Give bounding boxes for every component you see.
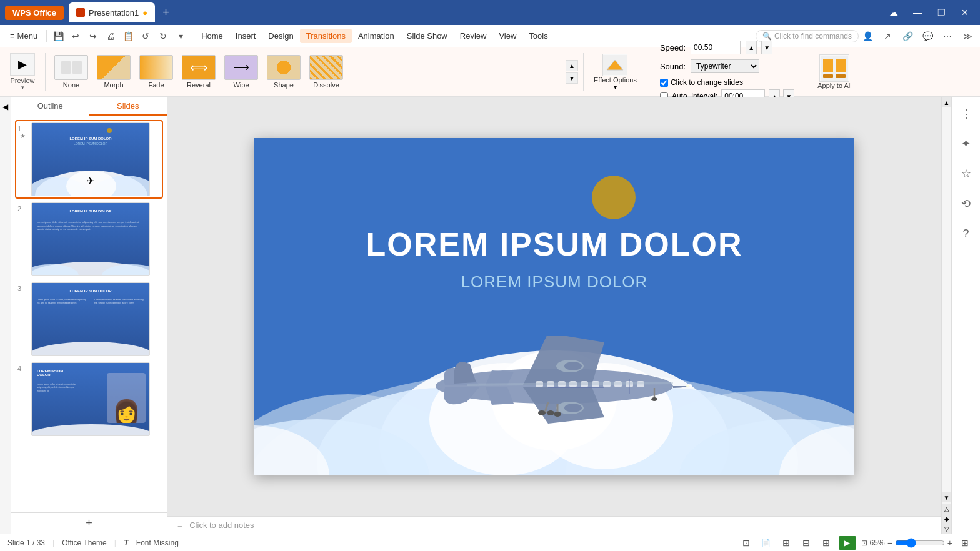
tools-tab[interactable]: Tools <box>522 29 554 43</box>
right-panel-btn-2[interactable]: ✦ <box>955 132 978 155</box>
transition-fade-thumb <box>139 55 173 80</box>
undo-history-button[interactable]: ↺ <box>137 27 154 45</box>
transition-morph-label: Morph <box>104 81 123 89</box>
transition-shape[interactable]: Shape <box>263 52 304 91</box>
speed-up-button[interactable]: ▲ <box>746 41 757 54</box>
more-options-button[interactable]: ⋯ <box>939 27 956 45</box>
grid-view-button[interactable]: ⊞ <box>779 535 794 550</box>
animation-tab[interactable]: Animation <box>352 29 401 43</box>
transition-shape-label: Shape <box>274 81 294 89</box>
menu-separator <box>46 30 47 42</box>
slide-item-2[interactable]: 2 LOREM IP SUM DOLOR Lorem ipsum dolor s… <box>16 201 162 277</box>
zoom-fit-button[interactable]: ⊡ <box>861 539 868 547</box>
scroll-prev-page[interactable]: △ <box>942 504 952 514</box>
speed-input[interactable] <box>691 41 741 54</box>
slides-tab[interactable]: Slides <box>89 97 168 116</box>
svg-rect-1 <box>61 61 71 74</box>
airplane <box>411 336 698 438</box>
slide-item-1[interactable]: 1 ★ LOREM IP SUM DOLOR LOREM IPSUM DOLOR <box>16 121 162 197</box>
print-button[interactable]: 🖨 <box>102 27 119 45</box>
slide-item-4[interactable]: 4 LOREM IPSUMDOLOR Lorem ipsum dolor sit… <box>16 361 162 437</box>
home-tab[interactable]: Home <box>195 29 229 43</box>
zoom-out-button[interactable]: − <box>888 538 892 548</box>
transition-reveral-label: Reveral <box>187 81 211 89</box>
redo-button[interactable]: ↪ <box>84 27 102 45</box>
svg-rect-6 <box>823 59 833 72</box>
more-undo-button[interactable]: ▾ <box>172 27 189 45</box>
outline-tab[interactable]: Outline <box>11 97 89 116</box>
document-tab[interactable]: Presentation1 ● <box>69 2 155 22</box>
sound-select[interactable]: Typewriter <box>691 59 759 73</box>
restore-button[interactable]: ❐ <box>931 4 951 21</box>
chevron-button[interactable]: ≫ <box>959 27 976 45</box>
slide-item-3[interactable]: 3 LOREM IP SUM DOLOR Lorem ipsum dolor s… <box>16 281 162 357</box>
transition-morph[interactable]: Morph <box>93 52 134 91</box>
notes-bar[interactable]: ≡ Click to add notes <box>168 516 941 534</box>
redo-history-button[interactable]: ↻ <box>154 27 172 45</box>
speed-down-button[interactable]: ▼ <box>761 41 772 54</box>
transition-shape-thumb <box>267 55 301 80</box>
wps-logo-button[interactable]: WPS Office <box>5 6 64 20</box>
status-divider-1: | <box>52 539 54 547</box>
zoom-slider[interactable] <box>895 538 945 548</box>
transitions-tab[interactable]: Transitions <box>300 29 352 43</box>
document-title: Presentation1 <box>89 8 139 17</box>
transition-fade[interactable]: Fade <box>136 52 177 91</box>
transition-none[interactable]: None <box>51 52 92 91</box>
notes-icon: ≡ <box>178 520 182 530</box>
notes-view-button[interactable]: 📄 <box>759 535 774 550</box>
zoom-control: ⊡ 65% − + <box>861 538 952 548</box>
play-slideshow-button[interactable]: ▶ <box>839 536 856 550</box>
view-tab[interactable]: View <box>492 29 522 43</box>
collaborate-button[interactable]: 🔗 <box>899 27 916 45</box>
wps-cloud-button[interactable]: ☁ <box>884 4 904 21</box>
scroll-next-page[interactable]: ▽ <box>942 524 952 534</box>
undo-button[interactable]: ↩ <box>67 27 84 45</box>
share-button[interactable]: ↗ <box>879 27 896 45</box>
ribbon-scroll-down[interactable]: ▼ <box>566 72 578 84</box>
svg-point-18 <box>32 424 150 435</box>
zoom-in-button[interactable]: + <box>948 538 952 548</box>
transition-wipe[interactable]: ⟶ Wipe <box>221 52 262 91</box>
scroll-down-arrow[interactable]: ▼ <box>942 492 952 502</box>
title-bar: WPS Office Presentation1 ● + ☁ — ❐ ✕ <box>0 0 980 25</box>
effect-options-button[interactable]: Effect Options ▾ <box>589 51 642 93</box>
right-panel-btn-3[interactable]: ☆ <box>955 162 978 185</box>
scroll-up-arrow[interactable]: ▲ <box>942 97 952 107</box>
review-tab[interactable]: Review <box>454 29 493 43</box>
ribbon-scroll-up[interactable]: ▲ <box>566 60 578 71</box>
apply-all-button[interactable]: Apply to All <box>812 52 856 92</box>
preview-label: Preview <box>10 77 34 84</box>
click-to-change-checkbox[interactable] <box>660 79 668 87</box>
slide-canvas[interactable]: LOREM IPSUM DOLOR LOREM IPSUM DOLOR <box>254 138 854 475</box>
minimize-button[interactable]: — <box>908 4 928 21</box>
slide-view-button[interactable]: ⊡ <box>739 535 754 550</box>
slideshow-tab[interactable]: Slide Show <box>401 29 454 43</box>
unsaved-indicator: ● <box>142 8 148 17</box>
transition-dissolve[interactable]: Dissolve <box>306 52 347 91</box>
account-button[interactable]: 👤 <box>859 27 876 45</box>
right-panel-btn-5[interactable]: ? <box>955 222 978 245</box>
filmstrip-button[interactable]: ⊞ <box>819 535 834 550</box>
right-panel-btn-1[interactable]: ⋮ <box>955 102 978 125</box>
svg-rect-7 <box>836 59 846 72</box>
hamburger-menu-button[interactable]: ≡ Menu <box>4 29 44 43</box>
close-button[interactable]: ✕ <box>955 4 975 21</box>
font-warning-icon: T <box>124 538 129 547</box>
comment-button[interactable]: 💬 <box>919 27 936 45</box>
fullscreen-button[interactable]: ⊞ <box>958 535 972 550</box>
save-button[interactable]: 💾 <box>49 27 67 45</box>
insert-tab[interactable]: Insert <box>229 29 262 43</box>
scroll-jump[interactable]: ◆ <box>942 514 952 524</box>
transition-reveral[interactable]: ⟺ Reveral <box>178 52 219 91</box>
svg-point-17 <box>32 342 150 355</box>
design-tab[interactable]: Design <box>262 29 299 43</box>
add-tab-button[interactable]: + <box>160 6 172 19</box>
svg-rect-9 <box>836 74 846 78</box>
add-slide-button[interactable]: + <box>11 512 167 534</box>
preview-button[interactable]: ▶ Preview ▾ <box>5 51 40 93</box>
right-panel-btn-4[interactable]: ⟲ <box>955 192 978 215</box>
reading-view-button[interactable]: ⊟ <box>799 535 814 550</box>
format-button[interactable]: 📋 <box>119 27 137 45</box>
panel-collapse-button[interactable]: ◀ <box>0 97 11 534</box>
